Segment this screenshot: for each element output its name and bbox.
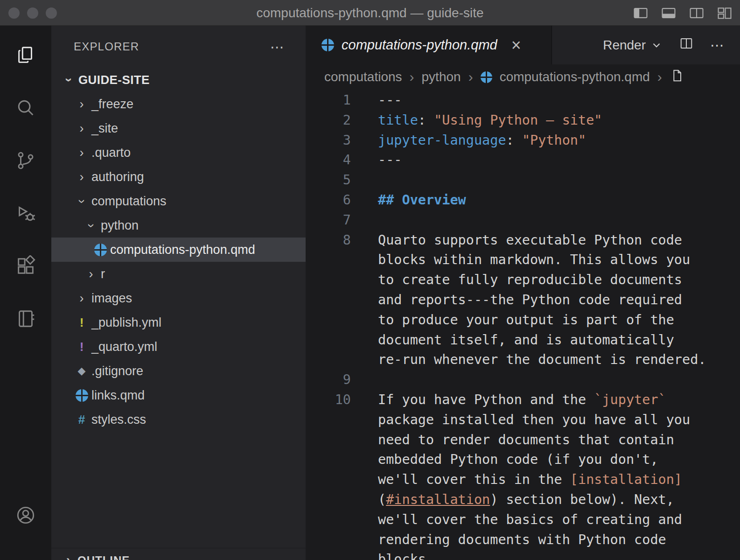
tree-folder-authoring[interactable]: ›authoring [51, 165, 306, 189]
line-number[interactable] [306, 490, 351, 510]
code-line[interactable]: (#installation) section below). Next, [306, 490, 740, 510]
tab-computations-python[interactable]: computations-python.qmd × [306, 26, 552, 64]
tree-folder-r[interactable]: ›r [51, 262, 306, 286]
code-line[interactable]: 10If you have Python and the `jupyter` [306, 390, 740, 410]
line-number[interactable]: 3 [306, 131, 351, 151]
tree-file-links.qmd[interactable]: links.qmd [51, 383, 306, 407]
code-line-text: need to render documents that contain [378, 430, 674, 450]
code-line[interactable]: 9 [306, 370, 740, 390]
outline-section-header[interactable]: › OUTLINE [51, 548, 306, 560]
line-number[interactable] [306, 430, 351, 450]
yaml-yellow-file-icon: ! [73, 315, 91, 330]
account-icon[interactable] [0, 489, 51, 541]
line-number[interactable]: 6 [306, 190, 351, 210]
tree-folder-_site[interactable]: ›_site [51, 116, 306, 140]
tree-folder-computations[interactable]: ›computations [51, 189, 306, 213]
line-number[interactable] [306, 550, 351, 560]
line-number[interactable]: 5 [306, 170, 351, 190]
line-number[interactable]: 1 [306, 91, 351, 111]
line-number[interactable]: 8 [306, 231, 351, 251]
line-number[interactable] [306, 410, 351, 430]
code-line[interactable]: we'll cover this in the [installation] [306, 470, 740, 490]
explorer-icon[interactable] [0, 28, 51, 81]
chevron-down-icon [650, 39, 663, 51]
tree-item-label: authoring [91, 170, 144, 184]
code-line[interactable]: to produce your output is part of the [306, 310, 740, 330]
customize-layout-icon[interactable] [717, 5, 733, 21]
code-editor[interactable]: 1---2title: "Using Python — site"3jupyte… [306, 90, 740, 560]
tree-folder-_freeze[interactable]: ›_freeze [51, 92, 306, 116]
chevron-right-icon: › [73, 170, 91, 184]
code-line[interactable]: 5 [306, 170, 740, 190]
code-line-text: to create fully reproducible documents [378, 270, 682, 290]
token-text: re-run whenever the document is rendered… [378, 352, 706, 367]
code-line[interactable]: 8Quarto supports executable Python code [306, 231, 740, 251]
tree-file-_quarto.yml[interactable]: !_quarto.yml [51, 335, 306, 359]
explorer-more-actions-icon[interactable]: ⋯ [270, 39, 285, 55]
code-line[interactable]: 3jupyter-language: "Python" [306, 131, 740, 151]
line-number[interactable] [306, 470, 351, 490]
code-line[interactable]: 6## Overview [306, 190, 740, 210]
editor-group: computations-python.qmd × Render ⋯ [306, 26, 740, 560]
line-number[interactable] [306, 290, 351, 310]
line-number[interactable] [306, 310, 351, 330]
render-button[interactable]: Render [603, 38, 663, 53]
code-line[interactable]: 4--- [306, 150, 740, 170]
search-icon[interactable] [0, 81, 51, 134]
tree-folder-python[interactable]: ›python [51, 213, 306, 238]
more-actions-icon[interactable]: ⋯ [710, 37, 725, 53]
tree-item-label: .quarto [91, 146, 131, 160]
code-line[interactable]: need to render documents that contain [306, 430, 740, 450]
breadcrumb-computations[interactable]: computations [324, 70, 402, 84]
code-line[interactable]: rendering documents with Python code [306, 530, 740, 550]
code-line[interactable]: blocks. [306, 550, 740, 560]
code-line[interactable]: we'll cover the basics of creating and [306, 510, 740, 530]
code-line[interactable]: re-run whenever the document is rendered… [306, 350, 740, 370]
token-text: to produce your output is part of the [378, 312, 674, 328]
line-number[interactable]: 7 [306, 210, 351, 231]
line-number[interactable] [306, 530, 351, 550]
notebook-icon[interactable] [0, 292, 51, 345]
tree-folder-images[interactable]: ›images [51, 286, 306, 310]
line-number[interactable] [306, 350, 351, 370]
breadcrumb-python[interactable]: python [422, 70, 461, 84]
line-number[interactable]: 4 [306, 150, 351, 170]
line-number[interactable] [306, 270, 351, 290]
toggle-panel-icon[interactable] [661, 5, 677, 21]
code-line-text: re-run whenever the document is rendered… [378, 350, 706, 370]
tab-bar: computations-python.qmd × Render ⋯ [306, 26, 740, 64]
code-line[interactable]: blocks within markdown. This allows you [306, 250, 740, 270]
source-control-icon[interactable] [0, 134, 51, 187]
code-line[interactable]: and reports---the Python code required [306, 290, 740, 310]
tree-folder-.quarto[interactable]: ›.quarto [51, 140, 306, 165]
line-number[interactable] [306, 330, 351, 350]
tree-item-label: _quarto.yml [91, 340, 157, 354]
line-number[interactable] [306, 250, 351, 270]
code-line[interactable]: embedded Python code (if you don't, [306, 450, 740, 470]
line-number[interactable] [306, 510, 351, 530]
code-line[interactable]: package installed then you have all you [306, 410, 740, 430]
toggle-sidebar-icon[interactable] [633, 5, 649, 21]
split-editor-icon[interactable] [679, 36, 693, 54]
line-number[interactable] [306, 450, 351, 470]
tree-root-guide-site[interactable]: › GUIDE-SITE [51, 68, 306, 92]
code-line[interactable]: 1--- [306, 91, 740, 111]
line-number[interactable]: 10 [306, 390, 351, 410]
breadcrumb-file[interactable]: computations-python.qmd [500, 70, 650, 84]
line-number[interactable]: 9 [306, 370, 351, 390]
token-key: jupyter-language [378, 133, 506, 148]
code-line[interactable]: document itself, and is automatically [306, 330, 740, 350]
code-line[interactable]: 2title: "Using Python — site" [306, 111, 740, 131]
tree-file-computations-python.qmd[interactable]: computations-python.qmd [51, 238, 306, 262]
chevron-right-icon: › [73, 146, 91, 160]
code-line[interactable]: to create fully reproducible documents [306, 270, 740, 290]
close-tab-icon[interactable]: × [511, 37, 521, 54]
tree-file-.gitignore[interactable]: ◆.gitignore [51, 359, 306, 383]
extensions-icon[interactable] [0, 239, 51, 292]
tree-file-styles.css[interactable]: #styles.css [51, 407, 306, 432]
line-number[interactable]: 2 [306, 111, 351, 131]
tree-file-_publish.yml[interactable]: !_publish.yml [51, 310, 306, 335]
code-line[interactable]: 7 [306, 210, 740, 231]
split-editor-icon[interactable] [689, 5, 705, 21]
run-and-debug-icon[interactable] [0, 187, 51, 239]
